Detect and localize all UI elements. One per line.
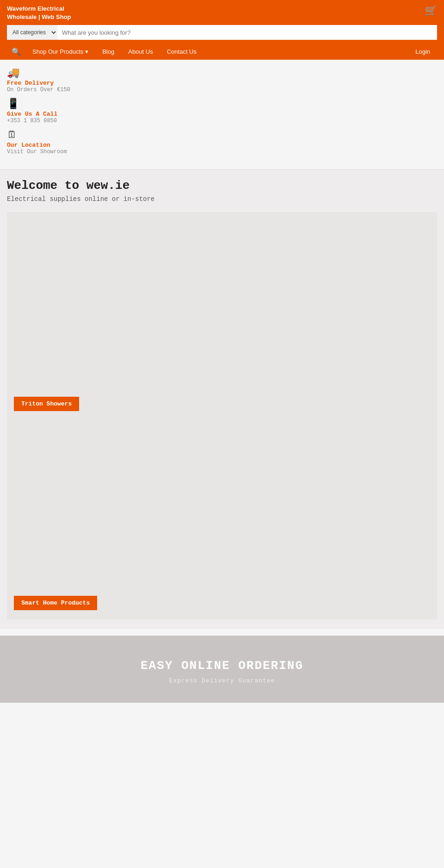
easy-ordering-title: EASY ONLINE ORDERING [9,659,435,673]
location-title: Our Location [7,142,437,149]
triton-showers-button[interactable]: Triton Showers [14,397,79,411]
nav-item-blog[interactable]: Blog [95,44,121,60]
easy-ordering-section: EASY ONLINE ORDERING Express Delivery Gu… [0,636,444,703]
easy-ordering-subtitle: Express Delivery Guarantee [9,677,435,684]
header-top: Waveform Electrical Wholesale | Web Shop… [7,5,437,25]
welcome-subtitle: Electrical supplies online or in-store [7,195,437,203]
banner-1: Triton Showers [7,212,437,420]
delivery-icon: 🚚 [7,67,437,79]
login-link[interactable]: Login [408,44,437,60]
main-content: Welcome to wew.ie Electrical supplies on… [0,169,444,629]
info-bar: 🚚 Free Delivery On Orders Over €150 📱 Gi… [0,60,444,169]
info-item-call: 📱 Give Us A Call +353 1 835 0850 [7,98,437,124]
category-select[interactable]: All categories [7,25,57,40]
banner-2-wrapper: Smart Home Products [7,420,437,619]
nav-item-about[interactable]: About Us [121,44,160,60]
search-input[interactable] [57,25,437,40]
site-title: Waveform Electrical Wholesale | Web Shop [7,5,71,21]
banner-1-wrapper: Triton Showers [7,212,437,420]
nav-item-contact[interactable]: Contact Us [160,44,204,60]
location-icon: 🗓 [7,129,437,141]
welcome-title: Welcome to wew.ie [7,179,437,193]
site-title-line2: Wholesale | Web Shop [7,13,71,20]
header: Waveform Electrical Wholesale | Web Shop… [0,0,444,60]
site-title-line1: Waveform Electrical [7,5,64,12]
nav-item-shop[interactable]: Shop Our Products ▾ [25,44,95,60]
banner-2: Smart Home Products [7,420,437,619]
call-title: Give Us A Call [7,111,437,118]
search-icon[interactable]: 🔍 [7,44,25,60]
delivery-title: Free Delivery [7,80,437,87]
info-item-delivery: 🚚 Free Delivery On Orders Over €150 [7,67,437,93]
cart-icon[interactable]: 🛒 [425,5,437,17]
delivery-subtitle: On Orders Over €150 [7,87,437,93]
nav-bar: 🔍 Shop Our Products ▾ Blog About Us Cont… [7,44,437,60]
call-subtitle: +353 1 835 0850 [7,118,437,124]
info-item-location: 🗓 Our Location Visit Our Showroom [7,129,437,155]
search-bar: All categories [7,25,437,40]
location-subtitle: Visit Our Showroom [7,149,437,155]
smart-home-button[interactable]: Smart Home Products [14,596,97,610]
phone-icon: 📱 [7,98,437,110]
